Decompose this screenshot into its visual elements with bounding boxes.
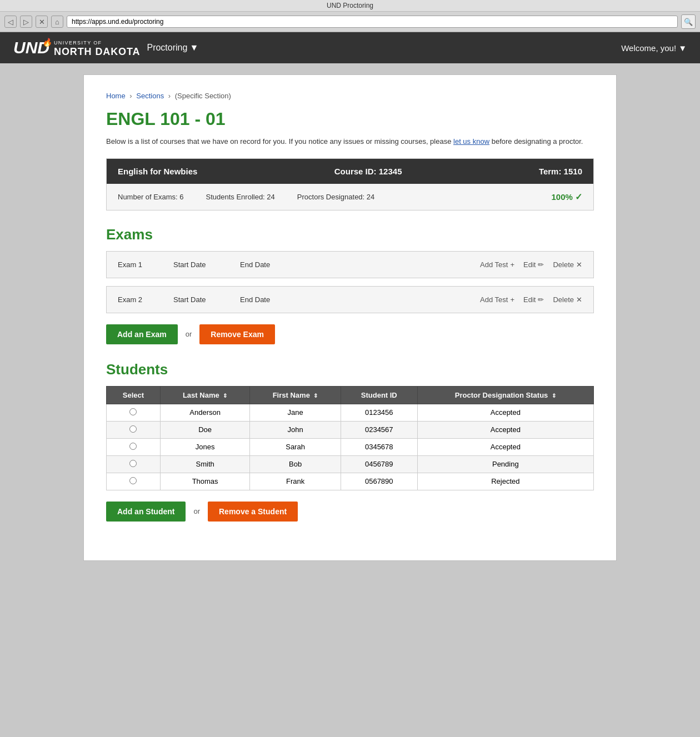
browser-search-btn[interactable]: 🔍 (681, 14, 696, 29)
table-row: Smith Bob 0456789 Pending (107, 455, 594, 473)
status-cell-4: Rejected (417, 473, 593, 490)
flame-icon: 🔥 (42, 38, 52, 46)
student-id-cell-1: 0234567 (341, 421, 417, 438)
select-cell-1[interactable] (107, 421, 161, 438)
col-select: Select (107, 386, 161, 404)
last-name-cell-2: Jones (160, 438, 249, 455)
nav-back-btn[interactable]: ◁ (4, 16, 17, 28)
plus-icon-2: + (510, 295, 514, 304)
select-cell-0[interactable] (107, 404, 161, 421)
description-text: Below is a list of courses that we have … (106, 137, 453, 146)
students-enrolled: Students Enrolled: 24 (206, 193, 275, 201)
student-id-cell-3: 0456789 (341, 455, 417, 473)
pencil-icon-2: ✏ (538, 295, 544, 304)
url-bar[interactable] (67, 16, 678, 28)
breadcrumb-sep-2: › (168, 92, 171, 100)
exam-2-label: Exam 2 (118, 295, 151, 304)
north-dakota-text: NORTH DAKOTA (54, 47, 140, 57)
exam-1-delete-btn[interactable]: Delete ✕ (553, 260, 582, 269)
x-icon-1: ✕ (576, 260, 582, 269)
exams-heading: Exams (106, 226, 594, 243)
main-wrapper: Home › Sections › (Specific Section) ENG… (0, 63, 700, 572)
sort-firstname-icon[interactable]: ⇕ (313, 393, 318, 399)
completion-badge: 100% ✓ (551, 192, 582, 202)
exam-2-edit-btn[interactable]: Edit ✏ (523, 295, 544, 304)
browser-titlebar: UND Proctoring (0, 0, 700, 12)
first-name-cell-4: Frank (250, 473, 341, 490)
col-last-name[interactable]: Last Name ⇕ (160, 386, 249, 404)
last-name-cell-0: Anderson (160, 404, 249, 421)
remove-student-button[interactable]: Remove a Student (208, 502, 298, 522)
course-id: Course ID: 12345 (334, 167, 402, 176)
col-proctor-status[interactable]: Proctor Designation Status ⇕ (417, 386, 593, 404)
status-cell-3: Pending (417, 455, 593, 473)
plus-icon-1: + (510, 260, 514, 269)
remove-exam-button[interactable]: Remove Exam (199, 324, 275, 344)
student-id-cell-0: 0123456 (341, 404, 417, 421)
nav-forward-btn[interactable]: ▷ (20, 16, 32, 28)
course-term: Term: 1510 (539, 167, 582, 176)
breadcrumb-sections[interactable]: Sections (136, 92, 164, 100)
course-box-header: English for Newbies Course ID: 12345 Ter… (107, 159, 593, 184)
pencil-icon-1: ✏ (538, 260, 544, 269)
description: Below is a list of courses that we have … (106, 136, 594, 147)
exam-1-edit-btn[interactable]: Edit ✏ (523, 260, 544, 269)
let-us-know-link[interactable]: let us know (453, 137, 489, 146)
col-first-name[interactable]: First Name ⇕ (250, 386, 341, 404)
sort-lastname-icon[interactable]: ⇕ (223, 393, 227, 399)
exam-row: Exam 1 Start Date End Date Add Test + Ed… (106, 251, 594, 278)
exam-1-add-test-btn[interactable]: Add Test + (480, 260, 514, 269)
select-radio-1[interactable] (129, 425, 137, 433)
sort-status-icon[interactable]: ⇕ (552, 393, 556, 399)
select-radio-2[interactable] (129, 443, 137, 450)
browser-toolbar: ◁ ▷ ✕ ⌂ 🔍 (0, 12, 700, 32)
add-test-2-label: Add Test (480, 295, 508, 304)
proctoring-nav[interactable]: Proctoring ▼ (147, 43, 198, 53)
select-radio-0[interactable] (129, 408, 137, 415)
course-name: English for Newbies (118, 167, 197, 176)
completion-percent: 100% (551, 192, 572, 202)
exam-2-delete-btn[interactable]: Delete ✕ (553, 295, 582, 304)
exams-or-text: or (186, 330, 192, 338)
und-n-letter: N (26, 38, 38, 57)
edit-1-label: Edit (523, 260, 536, 269)
checkmark-icon: ✓ (575, 192, 582, 202)
status-cell-1: Accepted (417, 421, 593, 438)
add-student-button[interactable]: Add an Student (106, 502, 186, 522)
student-id-cell-4: 0567890 (341, 473, 417, 490)
select-cell-3[interactable] (107, 455, 161, 473)
breadcrumb-current: (Specific Section) (175, 92, 231, 100)
breadcrumb-sep-1: › (129, 92, 132, 100)
first-name-cell-0: Jane (250, 404, 341, 421)
welcome-label: Welcome, you! (621, 43, 676, 53)
und-d-container: D🔥 (37, 39, 49, 56)
select-cell-2[interactable] (107, 438, 161, 455)
nav-stop-btn[interactable]: ✕ (36, 16, 48, 28)
breadcrumb-home[interactable]: Home (106, 92, 126, 100)
select-radio-3[interactable] (129, 460, 137, 467)
exam-2-actions: Add Test + Edit ✏ Delete ✕ (480, 295, 582, 304)
exam-2-start: Start Date (173, 295, 218, 304)
select-cell-4[interactable] (107, 473, 161, 490)
delete-1-label: Delete (553, 260, 574, 269)
first-name-cell-1: John (250, 421, 341, 438)
table-row: Doe John 0234567 Accepted (107, 421, 594, 438)
exam-1-start: Start Date (173, 260, 218, 269)
status-cell-0: Accepted (417, 404, 593, 421)
university-of-text: UNIVERSITY OF (54, 39, 140, 47)
select-radio-4[interactable] (129, 477, 137, 484)
exam-2-end: End Date (240, 295, 284, 304)
welcome-menu[interactable]: Welcome, you! ▼ (621, 43, 687, 53)
exam-row: Exam 2 Start Date End Date Add Test + Ed… (106, 286, 594, 313)
first-name-cell-3: Bob (250, 455, 341, 473)
students-heading: Students (106, 361, 594, 378)
x-icon-2: ✕ (576, 295, 582, 304)
proctoring-arrow: ▼ (189, 43, 198, 53)
und-u-letter: U (13, 38, 26, 57)
nav-home-btn[interactable]: ⌂ (51, 16, 63, 28)
col-student-id: Student ID (341, 386, 417, 404)
first-name-cell-2: Sarah (250, 438, 341, 455)
exam-2-add-test-btn[interactable]: Add Test + (480, 295, 514, 304)
table-row: Anderson Jane 0123456 Accepted (107, 404, 594, 421)
add-exam-button[interactable]: Add an Exam (106, 324, 178, 344)
